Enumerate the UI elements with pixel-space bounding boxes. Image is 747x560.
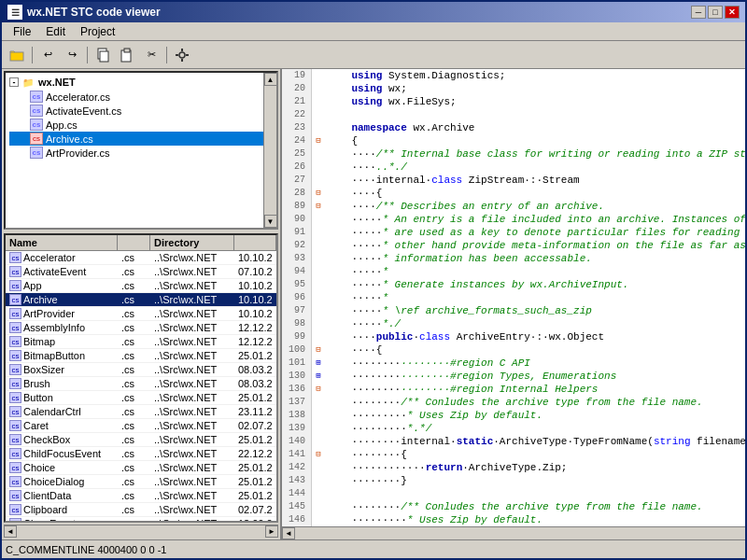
line-number: 97 <box>282 304 312 317</box>
line-marker[interactable]: ⊟ <box>312 134 325 147</box>
list-item[interactable]: cs Button .cs ..\Src\wx.NET 25.01.2 <box>6 391 276 405</box>
file-name: Brush <box>23 378 50 389</box>
undo-btn[interactable]: ↩ <box>36 45 59 65</box>
list-item[interactable]: cs CalendarCtrl .cs ..\Src\wx.NET 23.11.… <box>6 405 276 419</box>
menu-file[interactable]: File <box>6 23 38 40</box>
paste-btn[interactable] <box>116 45 138 65</box>
close-button[interactable]: ✕ <box>725 6 740 19</box>
code-line: 91 ·····* are used as a key to denote pa… <box>282 226 745 239</box>
list-cell-date: 13.09.2 <box>234 517 276 521</box>
file-type-icon: cs <box>9 308 21 319</box>
line-marker[interactable]: ⊟ <box>312 343 325 357</box>
list-item[interactable]: cs ClientData .cs ..\Src\wx.NET 25.01.2 <box>6 489 276 503</box>
cs-icon: cs <box>30 147 43 159</box>
list-cell-date: 25.01.2 <box>234 349 276 362</box>
list-item[interactable]: cs Choice .cs ..\Src\wx.NET 25.01.2 <box>6 461 276 475</box>
line-code: ····{ <box>325 187 382 200</box>
code-line: 93 ·····* information has been accessabl… <box>282 252 745 265</box>
tree-item-accelerator[interactable]: cs Accelerator.cs <box>9 90 275 104</box>
list-item[interactable]: cs Caret .cs ..\Src\wx.NET 02.07.2 <box>6 419 276 433</box>
line-number: 141 <box>282 448 312 461</box>
file-name: ClientData <box>23 490 71 501</box>
list-cell-name: cs Accelerator <box>6 251 118 264</box>
line-marker[interactable]: ⊞ <box>312 370 325 383</box>
tree-item-activateevent[interactable]: cs ActivateEvent.cs <box>9 104 275 118</box>
hscroll-track[interactable] <box>17 525 265 538</box>
cs-icon: cs <box>30 105 43 117</box>
scroll-up-arrow[interactable]: ▲ <box>264 73 277 86</box>
list-item[interactable]: cs CloseEvent .cs ..\Src\wx.NET 13.09.2 <box>6 517 276 521</box>
list-item[interactable]: cs ArtProvider .cs ..\Src\wx.NET 10.10.2 <box>6 307 276 321</box>
list-item[interactable]: cs ChoiceDialog .cs ..\Src\wx.NET 25.01.… <box>6 475 276 489</box>
tree-item-app[interactable]: cs App.cs <box>9 118 275 132</box>
open-folder-btn[interactable] <box>6 45 28 65</box>
code-content[interactable]: 19 using System.Diagnostics; 20 using wx… <box>282 69 745 526</box>
list-item[interactable]: cs ChildFocusEvent .cs ..\Src\wx.NET 22.… <box>6 447 276 461</box>
code-hscroll-left[interactable]: ◄ <box>282 527 295 539</box>
line-number: 144 <box>282 487 312 500</box>
file-type-icon: cs <box>9 490 21 501</box>
list-item[interactable]: cs Brush .cs ..\Src\wx.NET 08.03.2 <box>6 377 276 391</box>
tree-root-label: wx.NET <box>38 77 76 88</box>
tree-expand-root[interactable]: - <box>9 77 19 87</box>
menu-edit[interactable]: Edit <box>38 23 73 40</box>
scroll-down-arrow[interactable]: ▼ <box>264 215 277 228</box>
tree-item-archive[interactable]: cs Archive.cs <box>9 132 275 146</box>
cs-icon: cs <box>30 91 43 103</box>
line-marker[interactable]: ⊟ <box>312 200 325 213</box>
tree-item-artprovider[interactable]: cs ArtProvider.cs <box>9 146 275 160</box>
cs-red-icon: cs <box>30 133 43 145</box>
file-tree[interactable]: - 📁 wx.NET cs Accelerator.cs cs Activate… <box>4 71 278 230</box>
list-cell-name: cs Choice <box>6 461 118 474</box>
code-hscroll: ◄ ► <box>282 526 745 539</box>
list-item[interactable]: cs ActivateEvent .cs ..\Src\wx.NET 07.10… <box>6 265 276 279</box>
col-header-ext[interactable] <box>118 235 150 250</box>
tree-root[interactable]: - 📁 wx.NET <box>9 75 275 90</box>
line-marker[interactable]: ⊟ <box>312 448 325 461</box>
main-content: - 📁 wx.NET cs Accelerator.cs cs Activate… <box>2 69 745 539</box>
cut-btn[interactable]: ✂ <box>140 45 162 65</box>
window-controls[interactable]: ─ □ ✕ <box>691 6 740 19</box>
list-item[interactable]: cs CheckBox .cs ..\Src\wx.NET 25.01.2 <box>6 433 276 447</box>
list-item[interactable]: cs AssemblyInfo .cs ..\Src\wx.NET 12.12.… <box>6 321 276 335</box>
file-name: Clipboard <box>23 504 67 515</box>
col-header-name[interactable]: Name <box>6 235 118 250</box>
list-item[interactable]: cs Clipboard .cs ..\Src\wx.NET 02.07.2 <box>6 503 276 517</box>
maximize-button[interactable]: □ <box>708 6 723 19</box>
line-code: { <box>325 134 358 147</box>
list-cell-name: cs App <box>6 279 118 292</box>
file-list-body[interactable]: cs Accelerator .cs ..\Src\wx.NET 10.10.2… <box>6 251 276 521</box>
line-marker[interactable]: ⊟ <box>312 383 325 396</box>
app-icon: ☰ <box>7 5 22 20</box>
menu-project[interactable]: Project <box>73 23 122 40</box>
col-header-date[interactable] <box>234 235 276 250</box>
line-code: namespace wx.Archive <box>325 121 474 134</box>
line-marker[interactable]: ⊞ <box>312 357 325 370</box>
redo-btn[interactable]: ↪ <box>61 45 83 65</box>
list-cell-date: 02.07.2 <box>234 503 276 516</box>
list-cell-date: 22.12.2 <box>234 447 276 460</box>
hscroll-left[interactable]: ◄ <box>4 525 17 538</box>
minimize-button[interactable]: ─ <box>691 6 706 19</box>
list-cell-name: cs ClientData <box>6 489 118 502</box>
list-item[interactable]: cs Accelerator .cs ..\Src\wx.NET 10.10.2 <box>6 251 276 265</box>
list-item[interactable]: cs Bitmap .cs ..\Src\wx.NET 12.12.2 <box>6 335 276 349</box>
list-item[interactable]: cs BitmapButton .cs ..\Src\wx.NET 25.01.… <box>6 349 276 363</box>
copy-btn[interactable] <box>92 45 114 65</box>
line-marker[interactable]: ⊟ <box>312 187 325 200</box>
file-name: Choice <box>23 462 55 473</box>
list-item[interactable]: cs App .cs ..\Src\wx.NET 10.10.2 <box>6 279 276 293</box>
code-hscroll-track[interactable] <box>295 527 745 539</box>
line-code: ····internal·class ZipStream·:·Stream <box>325 174 580 187</box>
settings-btn[interactable] <box>171 45 193 65</box>
hscroll-right[interactable]: ► <box>265 525 278 538</box>
line-number: 146 <box>282 513 312 526</box>
list-cell-ext: .cs <box>118 293 150 306</box>
line-code: ········/** Conludes the archive type fr… <box>325 396 703 409</box>
line-number: 98 <box>282 317 312 330</box>
list-item[interactable]: cs Archive .cs ..\Src\wx.NET 10.10.2 <box>6 293 276 307</box>
col-header-dir[interactable]: Directory <box>150 235 234 250</box>
line-code: ·····* \ref archive_formats_such_as_zip <box>325 304 592 317</box>
list-item[interactable]: cs BoxSizer .cs ..\Src\wx.NET 08.03.2 <box>6 363 276 377</box>
line-number: 99 <box>282 330 312 343</box>
